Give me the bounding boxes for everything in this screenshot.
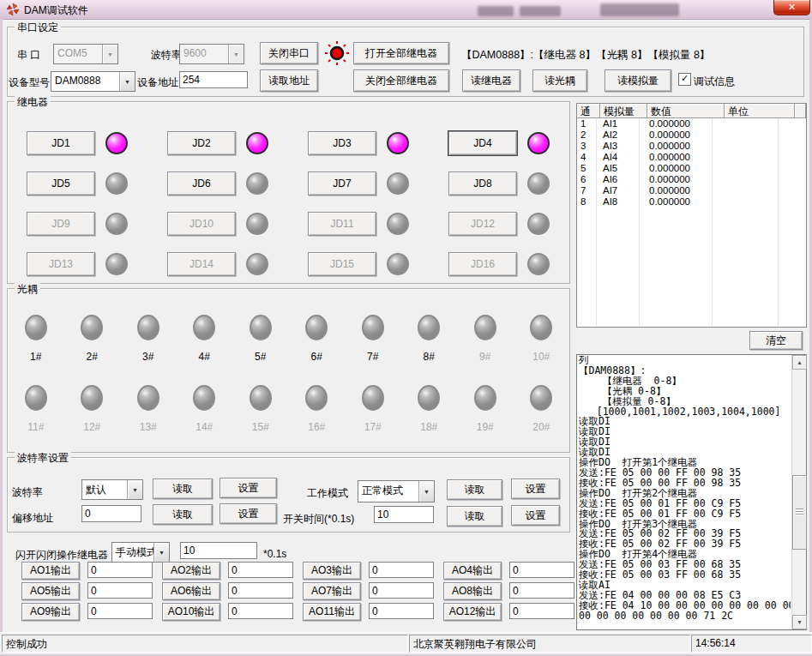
col-header-name[interactable]: 模拟量: [600, 104, 647, 118]
relay-button[interactable]: JD2: [167, 131, 236, 155]
relay-button[interactable]: JD3: [308, 131, 376, 155]
ao-output-button[interactable]: AO3输出: [303, 562, 361, 580]
baud-value: 默认: [82, 480, 127, 499]
relay-button[interactable]: JD4: [448, 131, 517, 155]
opto-cell: 20#: [530, 378, 552, 448]
read-opto-button[interactable]: 读光耦: [532, 69, 587, 92]
relay-button[interactable]: JD12: [448, 212, 517, 236]
col-header-extra[interactable]: [795, 104, 806, 118]
scrollbar-thumb[interactable]: [792, 475, 807, 550]
ao-output-input[interactable]: [369, 603, 434, 619]
table-row[interactable]: 8 AI8 0.000000: [577, 196, 806, 208]
switch-set-button[interactable]: 设置: [511, 505, 560, 526]
ao-output-button[interactable]: AO10输出: [162, 603, 220, 621]
ao-output-button[interactable]: AO5输出: [21, 582, 80, 600]
ao-output-input[interactable]: [509, 562, 574, 578]
col-header-unit[interactable]: 单位: [725, 104, 795, 118]
opto-label: 3#: [142, 351, 153, 363]
device-model-select[interactable]: DAM0888 ▼: [51, 71, 135, 92]
offset-addr-input[interactable]: [81, 505, 141, 522]
table-row[interactable]: 3 AI3 0.000000: [577, 141, 806, 152]
baud-set-button[interactable]: 设置: [220, 478, 277, 498]
device-addr-input[interactable]: [179, 71, 248, 88]
ao-output-input[interactable]: [228, 582, 293, 599]
ao-output-button[interactable]: AO1输出: [21, 562, 80, 580]
relay-button[interactable]: JD7: [308, 172, 376, 196]
close-port-button[interactable]: 关闭串口: [260, 42, 318, 64]
cell-value: 0.000000: [646, 152, 722, 163]
offset-set-button[interactable]: 设置: [220, 503, 277, 524]
relay-cell: JD13: [27, 244, 167, 284]
serial-baud-label: 波特率: [151, 48, 182, 63]
workmode-read-button[interactable]: 读取: [447, 479, 502, 500]
ao-output-input[interactable]: [369, 582, 434, 599]
relay-button[interactable]: JD8: [448, 172, 517, 196]
ao-output-button[interactable]: AO9输出: [21, 603, 80, 621]
debug-info-checkbox[interactable]: [678, 73, 691, 86]
table-row[interactable]: 1 AI1 0.000000: [577, 118, 806, 129]
ao-output-input[interactable]: [87, 603, 153, 619]
col-header-channel[interactable]: 通: [577, 104, 600, 118]
relay-button[interactable]: JD6: [167, 172, 236, 196]
ao-cell: AO11输出: [303, 603, 443, 623]
switch-read-button[interactable]: 读取: [447, 506, 502, 527]
col-header-value[interactable]: 数值: [647, 104, 725, 118]
ao-output-input[interactable]: [228, 562, 293, 578]
ao-output-button[interactable]: AO2输出: [162, 562, 220, 580]
opto-indicator-light: [305, 315, 328, 340]
open-all-relays-button[interactable]: 打开全部继电器: [353, 42, 449, 64]
table-row[interactable]: 6 AI6 0.000000: [577, 174, 806, 185]
ao-output-input[interactable]: [509, 603, 574, 619]
log-scrollbar[interactable]: ▲ ▼: [791, 355, 806, 629]
read-relay-button[interactable]: 读继电器: [462, 69, 520, 92]
baud-read-button[interactable]: 读取: [153, 478, 213, 499]
opto-indicator-light: [362, 385, 384, 411]
opto-cell: 19#: [474, 378, 496, 448]
scroll-down-button[interactable]: ▼: [792, 615, 807, 629]
flash-mode-select[interactable]: 手动模式 ▼: [111, 542, 170, 563]
relay-button[interactable]: JD13: [27, 252, 95, 276]
relay-button[interactable]: JD15: [308, 252, 376, 276]
table-row[interactable]: 4 AI4 0.000000: [577, 152, 806, 163]
read-addr-button[interactable]: 读取地址: [260, 69, 318, 92]
ao-output-input[interactable]: [87, 582, 153, 599]
ao-output-button[interactable]: AO11输出: [303, 603, 361, 621]
switch-time-input[interactable]: [374, 506, 434, 523]
clear-log-button[interactable]: 清空: [749, 331, 803, 350]
table-row[interactable]: 5 AI5 0.000000: [577, 163, 806, 174]
ao-output-button[interactable]: AO12输出: [443, 603, 502, 621]
relay-button[interactable]: JD5: [27, 172, 95, 196]
opto-indicator-light: [193, 385, 215, 411]
ao-output-input[interactable]: [228, 603, 293, 619]
close-button[interactable]: ✕: [773, 0, 810, 15]
scroll-up-button[interactable]: ▲: [792, 355, 807, 370]
relay-button[interactable]: JD10: [167, 212, 236, 236]
relay-button[interactable]: JD14: [167, 252, 236, 276]
ao-output-button[interactable]: AO6输出: [162, 582, 220, 600]
baud-select[interactable]: 默认 ▼: [81, 479, 143, 500]
ao-output-button[interactable]: AO8输出: [443, 582, 502, 600]
opto-cell: 5#: [250, 308, 272, 378]
table-row[interactable]: 2 AI2 0.000000: [577, 129, 806, 141]
ao-output-input[interactable]: [369, 562, 434, 578]
relay-button[interactable]: JD9: [27, 212, 95, 236]
workmode-select[interactable]: 正常模式 ▼: [358, 480, 435, 503]
relay-button[interactable]: JD1: [27, 131, 95, 155]
cell-unit: [722, 129, 791, 141]
ao-output-input[interactable]: [509, 582, 574, 599]
relay-button[interactable]: JD11: [308, 212, 376, 236]
read-analog-button[interactable]: 读模拟量: [604, 69, 671, 92]
close-all-relays-button[interactable]: 关闭全部继电器: [353, 69, 449, 92]
relay-indicator-light: [246, 213, 268, 235]
offset-read-button[interactable]: 读取: [153, 504, 213, 525]
ao-output-input[interactable]: [87, 562, 153, 578]
ao-output-button[interactable]: AO4输出: [443, 562, 502, 580]
chevron-down-icon: ▼: [228, 45, 244, 63]
relay-button[interactable]: JD16: [448, 252, 517, 276]
ao-cell: AO2输出: [162, 562, 303, 582]
workmode-set-button[interactable]: 设置: [511, 478, 560, 499]
flash-time-input[interactable]: [180, 542, 257, 559]
ao-output-button[interactable]: AO7输出: [303, 582, 361, 600]
table-row[interactable]: 7 AI7 0.000000: [577, 185, 806, 196]
opto-cell: 14#: [193, 378, 215, 448]
